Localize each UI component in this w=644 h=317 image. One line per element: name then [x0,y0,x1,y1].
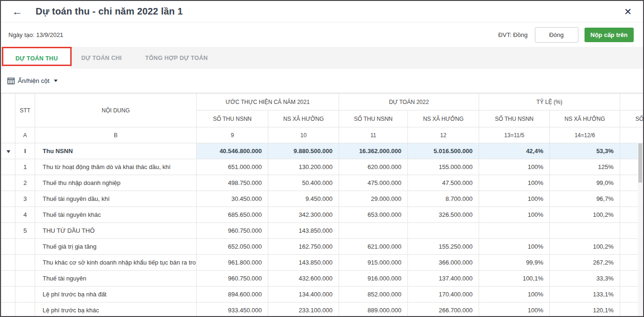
subheader-so-thu-nsnn: SỐ THU NSNN [197,111,268,127]
table-row[interactable]: Thuế tài nguyên960.750.000432.600.000916… [1,271,644,287]
column-toggle-label: Ẩn/hiện cột [18,77,50,84]
value-cell: 852.000.000 [339,287,408,302]
value-cell: 961.800.000 [197,255,268,271]
value-cell: 40.546.800.000 [197,143,268,159]
expander-cell [1,287,15,302]
table-row[interactable]: Thu khác cơ sở kinh doanh nhập khẩu tiếp… [1,255,644,271]
table-row[interactable]: Thuế giá trị gia tăng652.050.000162.750.… [1,239,644,255]
stt-cell: I [15,143,35,159]
value-cell: 120,1% [550,302,620,317]
index-cell: 12 [408,127,479,143]
value-cell [479,223,550,239]
value-cell: 653.000.000 [339,207,408,223]
tab-du-toan-chi[interactable]: DỰ TOÁN CHI [70,47,133,69]
index-cell: 11 [339,127,408,143]
subheader-partial: SỐ THU NSNN [620,111,644,127]
value-cell: 9.880.500.000 [268,143,339,159]
value-cell: 42,4% [479,143,550,159]
value-cell: 100% [479,175,550,191]
columns-icon [7,78,15,84]
subheader-so-thu-nsnn: SỐ THU NSNN [339,111,408,127]
value-cell: 125% [550,159,620,175]
table-row[interactable]: 4Thuế tài nguyên khác685.650.000342.300.… [1,207,644,223]
content-cell: Thu từ hoạt động thăm dò và khai thác dầ… [35,159,197,175]
scrollbar-thumb[interactable] [638,143,642,183]
value-cell: 366.000.000 [408,255,479,271]
table-row[interactable]: IThu NSNN40.546.800.0009.880.500.00016.3… [1,143,644,159]
value-cell: 960.750.000 [197,271,268,287]
value-cell: 143.850.000 [268,255,339,271]
content-cell: Thuế tài nguyên khác [35,207,197,223]
value-cell: 100% [479,302,550,317]
value-cell: 5.016.500.000 [408,143,479,159]
value-cell: 685.650.000 [197,207,268,223]
index-cell: B [35,127,197,143]
tab-tong-hop-du-toan[interactable]: TỔNG HỢP DỰ TOÁN [133,47,220,69]
group-header-ty-le: TỶ LỆ (%) [479,94,620,111]
tab-label: DỰ TOÁN CHI [81,55,122,61]
vertical-scrollbar[interactable] [638,143,643,317]
tab-label: TỔNG HỢP DỰ TOÁN [145,55,208,61]
value-cell: 100% [479,239,550,255]
value-cell: 130.200.000 [268,159,339,175]
value-cell: 29.000.000 [339,191,408,207]
value-cell: 9.450.000 [268,191,339,207]
tab-bar: DỰ TOÁN THU DỰ TOÁN CHI TỔNG HỢP DỰ TOÁN [1,47,643,69]
value-cell: 100% [479,159,550,175]
created-date-label: Ngày tạo: 13/9/2021 [8,31,63,38]
expander-column-header [1,94,15,143]
index-cell: 9 [197,127,268,143]
group-header-2021: ƯỚC THỰC HIỆN CẢ NĂM 2021 [197,94,339,111]
chevron-down-icon [54,80,58,82]
table-row[interactable]: 5THU TỪ DẦU THÔ960.750.000143.850.000 [1,223,644,239]
value-cell: 621.000.000 [339,239,408,255]
content-cell: Thuế giá trị gia tăng [35,239,197,255]
stt-cell: 1 [15,159,35,175]
value-cell: 8.700.000 [408,191,479,207]
submit-to-superior-button[interactable]: Nộp cấp trên [585,28,634,42]
value-cell: 133,1% [550,287,620,302]
value-cell: 170.400.000 [408,287,479,302]
value-cell: 651.000.000 [197,159,268,175]
back-arrow-icon[interactable]: ← [12,7,22,17]
index-cell: 14=12/6 [550,127,620,143]
table-row[interactable]: 1Thu từ hoạt động thăm dò và khai thác d… [1,159,644,175]
stt-cell: 3 [15,191,35,207]
content-cell: Thuế tài nguyên [35,271,197,287]
table-row[interactable]: 2Thuế thu nhập doanh nghiệp498.750.00050… [1,175,644,191]
expander-cell [1,207,15,223]
value-cell: 100,1% [479,271,550,287]
expander-cell [1,143,15,159]
value-cell: 30.450.000 [197,191,268,207]
tab-du-toan-thu[interactable]: DỰ TOÁN THU [4,47,70,69]
value-cell: 933.450.000 [197,302,268,317]
page-title: Dự toán thu - chi năm 2022 lần 1 [36,6,183,17]
value-cell: 894.600.000 [197,287,268,302]
table-row[interactable]: Lệ phí trước bạ nhà đất894.600.000134.40… [1,287,644,302]
subheader-ns-xa-huong: NS XÃ HƯỞNG [408,111,479,127]
value-cell: 233.100.000 [268,302,339,317]
content-cell: Thu NSNN [35,143,197,159]
group-header-partial [620,94,644,111]
content-cell: Lệ phí trước bạ khác [35,302,197,317]
close-button[interactable]: Đóng [535,27,578,43]
stt-cell [15,239,35,255]
column-visibility-toggle[interactable]: Ẩn/hiện cột [7,77,58,84]
tab-label: DỰ TOÁN THU [15,55,58,62]
value-cell: 915.000.000 [339,255,408,271]
expander-cell [1,191,15,207]
collapse-arrow-icon[interactable] [7,150,10,153]
value-cell: 620.000.000 [339,159,408,175]
close-icon[interactable]: ✕ [624,7,632,16]
value-cell: 155.000.000 [408,159,479,175]
value-cell: 432.600.000 [268,271,339,287]
stt-cell [15,287,35,302]
content-cell: Thu khác cơ sở kinh doanh nhập khẩu tiếp… [35,255,197,271]
table-row[interactable]: 3Thuế tài nguyên dầu, khí30.450.0009.450… [1,191,644,207]
index-cell: 10 [268,127,339,143]
value-cell: 99,0% [550,175,620,191]
stt-cell: 5 [15,223,35,239]
index-cell: 13=11/5 [479,127,550,143]
table-row[interactable]: Lệ phí trước bạ khác933.450.000233.100.0… [1,302,644,317]
table-controls: Ẩn/hiện cột [1,69,643,93]
